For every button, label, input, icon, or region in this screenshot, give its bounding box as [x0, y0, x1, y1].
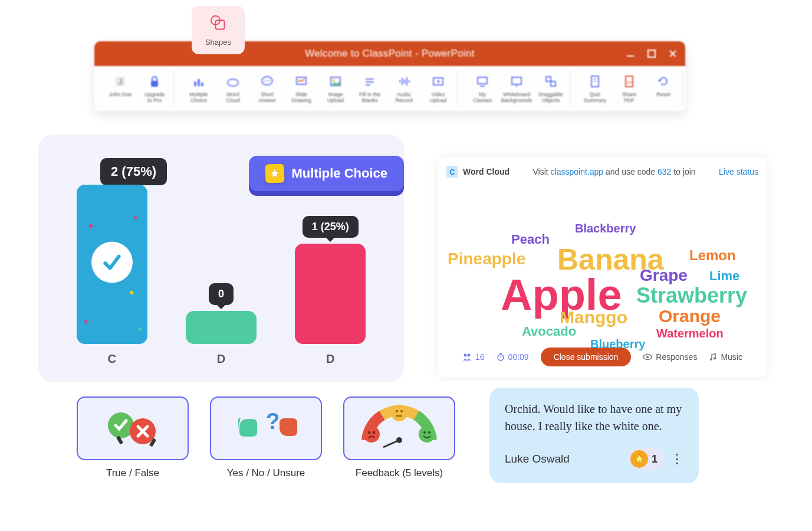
- ribbon-audio-record[interactable]: Audio Record: [389, 72, 419, 105]
- option-true-false[interactable]: True / False: [77, 396, 189, 479]
- video-icon: [430, 73, 446, 90]
- ribbon-group-4: Quiz Summary PDFShare PDF Reset: [576, 72, 683, 105]
- bar-label-d2: 1 (25%): [303, 216, 359, 238]
- svg-point-55: [396, 410, 398, 412]
- ribbon-fill-blanks[interactable]: Fill in the Blanks: [354, 72, 385, 105]
- more-menu-icon[interactable]: ⋮: [670, 455, 683, 463]
- bars-icon: [190, 73, 207, 90]
- svg-point-15: [267, 80, 268, 81]
- ribbon-draggable[interactable]: Draggable Objects: [535, 72, 566, 105]
- svg-point-63: [464, 354, 467, 357]
- word-avocado: Avocado: [522, 325, 576, 338]
- lock-icon: [146, 73, 163, 90]
- bar-col-c: ✦ ✦ ✦ ● ● C: [57, 185, 166, 366]
- ribbon-short-answer[interactable]: Short Answer: [252, 72, 282, 105]
- titlebar: Welcome to ClassPoint - PowerPoint: [94, 41, 685, 66]
- draw-icon: [293, 73, 310, 90]
- reset-icon: [655, 73, 672, 90]
- ribbon-multiple-choice[interactable]: Multiple Choice: [183, 72, 214, 105]
- feedback-gauge-icon: [355, 405, 443, 452]
- svg-point-19: [333, 79, 335, 81]
- word-cloud-title: Word Cloud: [463, 167, 509, 176]
- word-cloud: Apple Banana Strawberry Grape Manggo Ora…: [451, 196, 754, 332]
- svg-text:?: ?: [266, 409, 280, 434]
- window-title: Welcome to ClassPoint - PowerPoint: [305, 48, 475, 60]
- word-peach: Peach: [511, 233, 550, 246]
- quiz-icon: [587, 73, 603, 90]
- maximize-button[interactable]: [646, 48, 657, 59]
- svg-line-62: [383, 440, 399, 447]
- multiple-choice-card: 2 (75%) Multiple Choice ✦ ✦ ✦ ● ● C 0 D …: [38, 135, 404, 382]
- music-button[interactable]: Music: [709, 352, 742, 362]
- fill-icon: [361, 73, 378, 90]
- drag-icon: [543, 73, 559, 90]
- svg-rect-11: [201, 83, 203, 86]
- bar-cat-d2: D: [326, 352, 334, 366]
- word-grape: Grape: [640, 267, 688, 284]
- svg-point-60: [428, 431, 430, 434]
- close-button[interactable]: [668, 48, 678, 59]
- bar-cat-d1: D: [217, 352, 225, 366]
- classpoint-logo-icon: C: [446, 166, 458, 178]
- option-box: [77, 396, 189, 460]
- option-box: [343, 396, 455, 460]
- responses-button[interactable]: Responses: [643, 352, 697, 362]
- yes-no-unsure-icon: ?: [228, 408, 304, 449]
- ribbon-image-upload[interactable]: Image Upload: [320, 72, 351, 105]
- bar-c: ✦ ✦ ✦ ● ●: [77, 185, 147, 344]
- star-badge[interactable]: 1: [628, 448, 665, 470]
- ribbon-my-classes[interactable]: My Classes: [467, 72, 498, 105]
- live-status[interactable]: Live status: [719, 167, 758, 176]
- svg-rect-34: [546, 77, 551, 81]
- star-count: 1: [652, 453, 658, 466]
- minimize-button[interactable]: [625, 48, 636, 59]
- word-orange: Orange: [659, 307, 721, 325]
- ribbon-slide-drawing[interactable]: Slide Drawing: [286, 72, 317, 105]
- option-label: Feedback (5 levels): [343, 467, 455, 479]
- ribbon-reset[interactable]: Reset: [648, 72, 679, 105]
- audio-icon: [396, 73, 412, 90]
- svg-point-14: [264, 80, 265, 81]
- response-text: Orchid. Would like to have one at my hou…: [505, 401, 683, 435]
- join-link[interactable]: classpoint.app: [551, 167, 604, 176]
- ribbon-john-doe[interactable]: JJohn Doe: [105, 72, 136, 105]
- option-label: Yes / No / Unsure: [210, 467, 322, 479]
- svg-point-58: [419, 426, 435, 442]
- shapes-icon: [209, 14, 227, 34]
- word-blackberry: Blackberry: [575, 222, 636, 234]
- svg-point-69: [646, 356, 649, 358]
- ribbon-group-1: JJohn Doe Upgrade to Pro: [101, 72, 174, 105]
- ribbon-upgrade[interactable]: Upgrade to Pro: [139, 72, 170, 105]
- ribbon-group-3: My Classes Whiteboard Backgrounds Dragga…: [463, 72, 570, 105]
- svg-point-70: [710, 358, 712, 360]
- svg-point-54: [391, 405, 407, 421]
- word-blueberry: Blueberry: [590, 338, 645, 350]
- option-yes-no-unsure[interactable]: ? Yes / No / Unsure: [210, 396, 322, 479]
- ribbon-share-pdf[interactable]: PDFShare PDF: [614, 72, 645, 105]
- svg-point-51: [363, 426, 380, 442]
- word-cloud-header: C Word Cloud Visit classpoint.app and us…: [446, 166, 758, 178]
- svg-rect-29: [478, 77, 487, 84]
- ribbon-whiteboard[interactable]: Whiteboard Backgrounds: [501, 72, 532, 105]
- chat-icon: [259, 73, 275, 90]
- response-card: Orchid. Would like to have one at my hou…: [489, 388, 699, 483]
- pdf-icon: PDF: [621, 73, 637, 90]
- star-icon: [630, 450, 648, 468]
- window-buttons: [625, 48, 678, 59]
- option-feedback[interactable]: Feedback (5 levels): [343, 396, 455, 479]
- bar-col-d2: 1 (25%) D: [276, 216, 385, 366]
- ribbon-word-cloud[interactable]: Word Cloud: [218, 72, 248, 105]
- participant-count: 16: [462, 352, 485, 362]
- true-false-icon: [100, 408, 165, 449]
- svg-point-12: [228, 79, 238, 86]
- svg-rect-8: [151, 81, 158, 87]
- ribbon-video-upload[interactable]: Video Upload: [423, 72, 453, 105]
- option-row: True / False ? Yes / No / Unsure Feedbac…: [77, 396, 455, 479]
- word-cloud-panel: C Word Cloud Visit classpoint.app and us…: [438, 158, 767, 377]
- class-icon: [474, 73, 491, 90]
- svg-rect-9: [194, 81, 196, 86]
- svg-text:PDF: PDF: [626, 81, 633, 84]
- ribbon-quiz-summary[interactable]: Quiz Summary: [580, 72, 610, 105]
- shapes-tag[interactable]: Shapes: [192, 6, 245, 54]
- word-lemon: Lemon: [689, 248, 736, 263]
